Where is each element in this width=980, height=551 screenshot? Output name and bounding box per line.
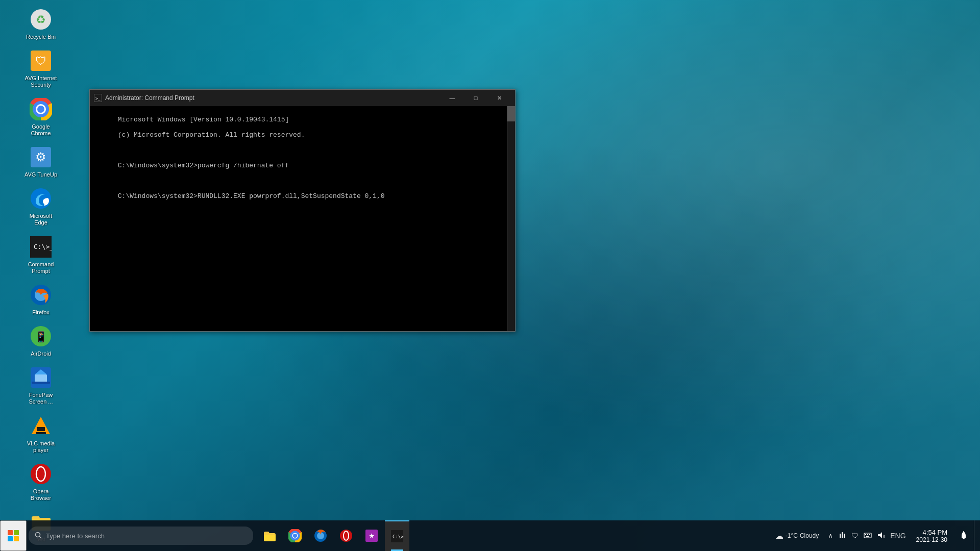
chevron-up-icon[interactable]: ∧ — [826, 531, 835, 541]
desktop-icon-avg-security[interactable]: 🛡 AVG Internet Security — [20, 46, 61, 90]
svg-point-31 — [293, 534, 297, 538]
desktop-icon-recycle-bin[interactable]: ♻ Recycle Bin — [20, 5, 61, 42]
svg-point-6 — [37, 106, 44, 113]
desktop-icon-command-prompt[interactable]: C:\>_ Command Prompt — [20, 233, 61, 277]
taskbar-apps: ★ C:\>_ — [257, 520, 409, 551]
svg-rect-43 — [864, 533, 871, 538]
svg-text:★: ★ — [369, 532, 375, 540]
cmd-taskbar-icon: C:\>_ — [390, 529, 404, 543]
svg-rect-21 — [37, 427, 45, 431]
notification-bell-icon — [959, 531, 968, 540]
icon-label-avg-tuneup: AVG TuneUp — [24, 171, 57, 178]
svg-rect-19 — [32, 382, 50, 384]
start-button[interactable] — [0, 520, 27, 551]
shield-tray-icon[interactable]: 🛡 — [849, 531, 861, 541]
icon-label-command-prompt: Command Prompt — [22, 261, 59, 274]
svg-text:>_: >_ — [95, 96, 101, 101]
clock[interactable]: 4:54 PM 2021-12-30 — [910, 529, 953, 543]
cmd-titlebar: >_ Administrator: Command Prompt — □ ✕ — [90, 90, 515, 106]
cmd-line1: Microsoft Windows [Version 10.0.19043.14… — [118, 116, 289, 123]
unknown-taskbar-icon: ★ — [364, 529, 379, 543]
svg-text:🛡: 🛡 — [35, 55, 46, 67]
svg-point-27 — [36, 532, 40, 537]
cmd-scrollbar[interactable] — [507, 106, 515, 331]
svg-text:📱: 📱 — [35, 331, 47, 343]
opera-taskbar-icon — [339, 529, 353, 543]
windows-logo-icon — [8, 530, 19, 541]
desktop-icon-airdroid[interactable]: 📱 AirDroid — [20, 322, 61, 359]
firefox-taskbar-icon — [313, 529, 328, 543]
desktop-icon-google-chrome[interactable]: Google Chrome — [20, 95, 61, 139]
taskbar-app-firefox[interactable] — [308, 520, 333, 551]
maximize-button[interactable]: □ — [464, 90, 487, 106]
search-icon — [35, 532, 42, 540]
desktop-icon-firefox[interactable]: Firefox — [20, 281, 61, 318]
network-icon[interactable] — [836, 530, 848, 542]
notification-button[interactable] — [953, 520, 974, 551]
cmd-prompt2: C:\Windows\system32>RUNDLL32.EXE powrpro… — [118, 192, 385, 200]
cmd-content[interactable]: Microsoft Windows [Version 10.0.19043.14… — [90, 106, 515, 331]
icon-label-firefox: Firefox — [32, 309, 50, 316]
notification-area: ∧ 🛡 — [824, 530, 910, 542]
clock-time: 4:54 PM — [923, 529, 947, 536]
clock-date: 2021-12-30 — [916, 536, 947, 543]
taskbar-app-unknown[interactable]: ★ — [359, 520, 384, 551]
desktop-icon-fonepaw[interactable]: FonePaw Screen ... — [20, 363, 61, 407]
taskbar-right: ☁ -1°C Cloudy ∧ 🛡 — [770, 520, 980, 551]
svg-text:♻: ♻ — [36, 13, 46, 26]
taskbar-app-opera[interactable] — [334, 520, 358, 551]
minimize-button[interactable]: — — [440, 90, 464, 106]
desktop: ♻ Recycle Bin 🛡 AVG Internet Security — [0, 0, 980, 551]
window-controls: — □ ✕ — [440, 90, 511, 106]
file-explorer-icon — [262, 529, 277, 543]
svg-rect-50 — [963, 538, 965, 539]
desktop-icons-area: ♻ Recycle Bin 🛡 AVG Internet Security — [0, 0, 82, 520]
language-indicator[interactable]: ENG — [888, 531, 908, 541]
desktop-icon-vlc[interactable]: VLC media player — [20, 412, 61, 456]
svg-rect-51 — [963, 531, 964, 532]
svg-text:⚙: ⚙ — [35, 150, 46, 164]
cmd-prompt1: C:\Windows\system32>powercfg /hibernate … — [118, 162, 289, 169]
cmd-line2: (c) Microsoft Corporation. All rights re… — [118, 131, 305, 139]
icon-label-vlc: VLC media player — [22, 440, 59, 454]
icon-label-microsoft-edge: Microsoft Edge — [22, 213, 59, 226]
svg-rect-22 — [36, 432, 46, 434]
taskbar-search[interactable] — [29, 527, 253, 545]
close-button[interactable]: ✕ — [487, 90, 511, 106]
keyboard-icon[interactable] — [862, 530, 874, 542]
icon-label-google-chrome: Google Chrome — [22, 123, 59, 137]
taskbar-app-file-explorer[interactable] — [257, 520, 282, 551]
svg-rect-46 — [869, 534, 870, 535]
chrome-taskbar-icon — [288, 529, 302, 543]
desktop-icon-microsoft-edge[interactable]: Microsoft Edge — [20, 184, 61, 228]
volume-icon[interactable]: )))) — [875, 530, 887, 542]
icon-label-opera: Opera Browser — [22, 488, 59, 502]
taskbar-app-chrome[interactable] — [283, 520, 307, 551]
desktop-icon-avg-tuneup[interactable]: ⚙ AVG TuneUp — [20, 143, 61, 180]
svg-rect-42 — [844, 534, 845, 538]
cmd-title-text: Administrator: Command Prompt — [105, 94, 440, 102]
svg-marker-20 — [32, 417, 50, 434]
weather-icon: ☁ — [775, 531, 783, 541]
icon-label-airdroid: AirDroid — [31, 350, 51, 357]
svg-rect-17 — [35, 374, 47, 383]
taskbar-app-cmd[interactable]: C:\>_ — [385, 520, 409, 551]
svg-rect-40 — [842, 532, 843, 538]
cmd-window: >_ Administrator: Command Prompt — □ ✕ M… — [89, 89, 516, 332]
desktop-icon-opera[interactable]: Opera Browser — [20, 460, 61, 504]
weather-temp: -1°C — [786, 532, 798, 539]
weather-condition: Cloudy — [800, 532, 819, 539]
taskbar: ★ C:\>_ ☁ -1°C Cloudy — [0, 520, 980, 551]
svg-rect-47 — [866, 536, 869, 537]
svg-marker-48 — [878, 532, 882, 538]
cmd-scrollbar-thumb[interactable] — [507, 106, 515, 121]
weather-widget[interactable]: ☁ -1°C Cloudy — [770, 531, 824, 541]
svg-text:C:\>_: C:\>_ — [34, 243, 52, 251]
icon-label-fonepaw: FonePaw Screen ... — [22, 392, 59, 405]
svg-line-28 — [40, 536, 42, 538]
svg-rect-41 — [840, 534, 841, 538]
icon-label-avg-security: AVG Internet Security — [22, 75, 59, 88]
svg-text:)))): )))) — [883, 534, 885, 538]
show-desktop-button[interactable] — [974, 520, 978, 551]
search-input[interactable] — [46, 532, 247, 540]
